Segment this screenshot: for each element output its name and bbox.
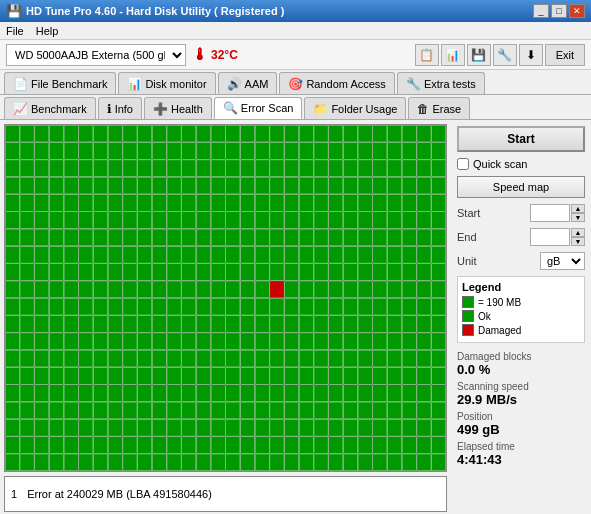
tab-disk-monitor-label: Disk monitor (145, 78, 206, 90)
error-scan-icon: 🔍 (223, 101, 238, 115)
start-param-row: Start 0 ▲ ▼ (457, 204, 585, 222)
end-label: End (457, 231, 477, 243)
legend-size-label: = 190 MB (478, 297, 521, 308)
toolbar-icons: 📋 📊 💾 🔧 ⬇ Exit (415, 44, 585, 66)
elapsed-time-label: Elapsed time (457, 441, 585, 452)
start-input[interactable]: 0 (530, 204, 570, 222)
title-bar: 💾 HD Tune Pro 4.60 - Hard Disk Utility (… (0, 0, 591, 22)
tab-aam-label: AAM (245, 78, 269, 90)
tab-info[interactable]: ℹ Info (98, 97, 142, 119)
menu-bar: File Help (0, 22, 591, 40)
end-param-row: End 500 ▲ ▼ (457, 228, 585, 246)
start-value-box: 0 ▲ ▼ (530, 204, 585, 222)
scanning-speed-value: 29.9 MB/s (457, 392, 585, 407)
info-icon: ℹ (107, 102, 112, 116)
position-value: 499 gB (457, 422, 585, 437)
legend-size-icon (462, 296, 474, 308)
maximize-button[interactable]: □ (551, 4, 567, 18)
start-button[interactable]: Start (457, 126, 585, 152)
random-access-icon: 🎯 (288, 77, 303, 91)
tab-extra-tests[interactable]: 🔧 Extra tests (397, 72, 485, 94)
legend-ok-icon (462, 310, 474, 322)
end-spinners: ▲ ▼ (571, 228, 585, 246)
position-label: Position (457, 411, 585, 422)
end-spin-down[interactable]: ▼ (571, 237, 585, 246)
scanning-speed-row: Scanning speed 29.9 MB/s (457, 381, 585, 407)
close-button[interactable]: ✕ (569, 4, 585, 18)
speed-map-button[interactable]: Speed map (457, 176, 585, 198)
damaged-blocks-value: 0.0 % (457, 362, 585, 377)
end-input[interactable]: 500 (530, 228, 570, 246)
folder-usage-icon: 📁 (313, 102, 328, 116)
start-spin-up[interactable]: ▲ (571, 204, 585, 213)
aam-icon: 🔊 (227, 77, 242, 91)
benchmark-icon: 📈 (13, 102, 28, 116)
quick-scan-checkbox[interactable] (457, 158, 469, 170)
tab-file-benchmark-label: File Benchmark (31, 78, 107, 90)
elapsed-time-value: 4:41:43 (457, 452, 585, 467)
right-panel: Start Quick scan Speed map Start 0 ▲ ▼ E… (451, 120, 591, 514)
erase-icon: 🗑 (417, 102, 429, 116)
minimize-button[interactable]: _ (533, 4, 549, 18)
tab-benchmark[interactable]: 📈 Benchmark (4, 97, 96, 119)
damaged-blocks-label: Damaged blocks (457, 351, 585, 362)
tab-file-benchmark[interactable]: 📄 File Benchmark (4, 72, 116, 94)
status-entry: 1 (11, 488, 17, 500)
extra-tests-icon: 🔧 (406, 77, 421, 91)
tab-aam[interactable]: 🔊 AAM (218, 72, 278, 94)
tab-random-access[interactable]: 🎯 Random Access (279, 72, 394, 94)
tab-benchmark-label: Benchmark (31, 103, 87, 115)
tab-error-scan-label: Error Scan (241, 102, 294, 114)
drive-select[interactable]: WD 5000AAJB Externa (500 gB) (6, 44, 186, 66)
unit-select[interactable]: gB MB LBA (540, 252, 585, 270)
start-spinners: ▲ ▼ (571, 204, 585, 222)
quick-scan-row: Quick scan (457, 158, 585, 170)
start-spin-down[interactable]: ▼ (571, 213, 585, 222)
toolbar: WD 5000AAJB Externa (500 gB) 🌡 32°C 📋 📊 … (0, 40, 591, 70)
chart-area: 1 Error at 240029 MB (LBA 491580446) (0, 120, 451, 514)
unit-param-row: Unit gB MB LBA (457, 252, 585, 270)
tab-extra-tests-label: Extra tests (424, 78, 476, 90)
main-content: 1 Error at 240029 MB (LBA 491580446) Sta… (0, 120, 591, 514)
temperature-display: 🌡 32°C (192, 46, 238, 64)
tab-folder-usage[interactable]: 📁 Folder Usage (304, 97, 406, 119)
disk-monitor-icon: 📊 (127, 77, 142, 91)
legend-damaged-label: Damaged (478, 325, 521, 336)
exit-button[interactable]: Exit (545, 44, 585, 66)
toolbar-icon-1[interactable]: 📋 (415, 44, 439, 66)
status-message: Error at 240029 MB (LBA 491580446) (27, 488, 212, 500)
health-icon: ➕ (153, 102, 168, 116)
error-scan-grid (4, 124, 447, 472)
stats-section: Damaged blocks 0.0 % Scanning speed 29.9… (457, 351, 585, 471)
window-title: HD Tune Pro 4.60 - Hard Disk Utility ( R… (26, 5, 284, 17)
tab-info-label: Info (115, 103, 133, 115)
unit-label: Unit (457, 255, 477, 267)
file-menu[interactable]: File (6, 25, 24, 37)
legend-size: = 190 MB (462, 296, 580, 308)
legend-title: Legend (462, 281, 580, 293)
legend-ok-label: Ok (478, 311, 491, 322)
tabs-row1: 📄 File Benchmark 📊 Disk monitor 🔊 AAM 🎯 … (0, 70, 591, 95)
help-menu[interactable]: Help (36, 25, 59, 37)
tab-erase-label: Erase (432, 103, 461, 115)
tabs-row2: 📈 Benchmark ℹ Info ➕ Health 🔍 Error Scan… (0, 95, 591, 120)
end-spin-up[interactable]: ▲ (571, 228, 585, 237)
scanning-speed-label: Scanning speed (457, 381, 585, 392)
toolbar-icon-3[interactable]: 💾 (467, 44, 491, 66)
toolbar-icon-5[interactable]: ⬇ (519, 44, 543, 66)
tab-folder-usage-label: Folder Usage (331, 103, 397, 115)
tab-health[interactable]: ➕ Health (144, 97, 212, 119)
tab-disk-monitor[interactable]: 📊 Disk monitor (118, 72, 215, 94)
toolbar-icon-4[interactable]: 🔧 (493, 44, 517, 66)
elapsed-time-row: Elapsed time 4:41:43 (457, 441, 585, 467)
tab-erase[interactable]: 🗑 Erase (408, 97, 470, 119)
tab-random-access-label: Random Access (306, 78, 385, 90)
damaged-blocks-row: Damaged blocks 0.0 % (457, 351, 585, 377)
legend-damaged: Damaged (462, 324, 580, 336)
legend-damaged-icon (462, 324, 474, 336)
status-bar: 1 Error at 240029 MB (LBA 491580446) (4, 476, 447, 512)
tab-error-scan[interactable]: 🔍 Error Scan (214, 97, 303, 119)
tab-health-label: Health (171, 103, 203, 115)
toolbar-icon-2[interactable]: 📊 (441, 44, 465, 66)
title-controls: _ □ ✕ (533, 4, 585, 18)
